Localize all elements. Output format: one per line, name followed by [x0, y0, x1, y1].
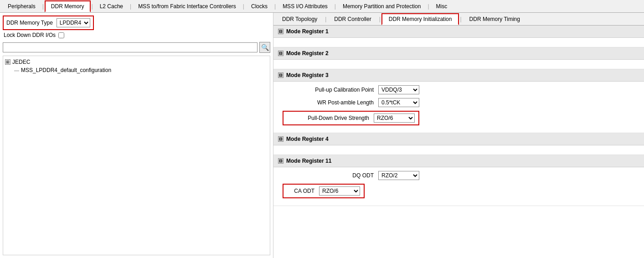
tree-dash-mss: —: [14, 67, 19, 73]
tab-mss-fabric[interactable]: MSS to/from Fabric Interface Controllers: [132, 0, 242, 12]
pulldown-drive-select[interactable]: RZO/6 RZO/2 RZO/3 RZO/4: [374, 114, 415, 123]
reg-section-mode2: ⊟ Mode Register 2: [273, 47, 644, 69]
tab-misc[interactable]: Misc: [430, 0, 453, 12]
sep-7: |: [427, 3, 430, 10]
reg-fields-mode2: [273, 60, 644, 69]
inner-tab-ddr-timing[interactable]: DDR Memory Timing: [463, 13, 527, 25]
tree-node-jedec[interactable]: ⊞ JEDEC: [5, 58, 268, 66]
wr-postamble-label: WR Post-amble Length: [283, 99, 374, 106]
reg-expand-mode2[interactable]: ⊟: [278, 51, 283, 56]
reg-header-mode1[interactable]: ⊟ Mode Register 1: [273, 26, 644, 38]
reg-fields-mode4: [273, 145, 644, 155]
reg-header-mode2[interactable]: ⊟ Mode Register 2: [273, 47, 644, 60]
reg-fields-mode3: Pull-up Calibration Point VDDQ/3 VDDQ/4 …: [273, 82, 644, 133]
inner-sep-1: |: [324, 16, 327, 22]
lockdown-row: Lock Down DDR I/Os: [4, 32, 270, 38]
main-tab-bar: Peripherals | DDR Memory | L2 Cache | MS…: [0, 0, 644, 13]
tab-clocks[interactable]: Clocks: [245, 0, 273, 12]
tab-mss-io[interactable]: MSS I/O Attributes: [277, 0, 334, 12]
reg-section-mode4: ⊟ Mode Register 4: [273, 133, 644, 155]
inner-tab-bar: DDR Topology | DDR Controller | DDR Memo…: [273, 13, 644, 26]
content-area: DDR Memory Type LPDDR4 DDR4 DDR3 LPDDR3 …: [0, 13, 644, 258]
reg-section-mode11: ⊟ Mode Register 11 DQ ODT RZO/2 RZO/3 RZ…: [273, 155, 644, 206]
reg-label-mode4: Mode Register 4: [286, 136, 329, 142]
search-button[interactable]: 🔍: [259, 42, 270, 53]
pullup-cal-label: Pull-up Calibration Point: [283, 87, 374, 93]
wr-postamble-select[interactable]: 0.5*tCK 1.5*tCK: [378, 98, 419, 107]
ddr-type-label: DDR Memory Type: [6, 20, 53, 26]
tree-expand-jedec[interactable]: ⊞: [5, 59, 10, 65]
sep-3: |: [129, 3, 132, 10]
sep-2: |: [91, 3, 94, 10]
reg-label-mode1: Mode Register 1: [286, 28, 329, 35]
pulldown-drive-label: Pull-Down Drive Strength: [287, 115, 369, 121]
inner-sep-2: |: [378, 16, 381, 22]
inner-tab-ddr-init[interactable]: DDR Memory Initialization: [381, 13, 459, 25]
reg-label-mode2: Mode Register 2: [286, 50, 329, 57]
ddr-type-select[interactable]: LPDDR4 DDR4 DDR3 LPDDR3: [57, 18, 90, 27]
reg-header-mode11[interactable]: ⊟ Mode Register 11: [273, 155, 644, 167]
tree-node-mss-config[interactable]: — MSS_LPDDR4_default_configuration: [5, 66, 268, 74]
field-row-dq-odt: DQ ODT RZO/2 RZO/3 RZO/4 RZO/6 RZO/8 Dis…: [283, 171, 635, 180]
tab-l2-cache[interactable]: L2 Cache: [94, 0, 129, 12]
inner-sep-3: |: [459, 16, 462, 22]
reg-fields-mode11: DQ ODT RZO/2 RZO/3 RZO/4 RZO/6 RZO/8 Dis…: [273, 167, 644, 206]
sep-4: |: [242, 3, 245, 10]
ddr-type-row: DDR Memory Type LPDDR4 DDR4 DDR3 LPDDR3: [3, 15, 94, 30]
reg-header-mode4[interactable]: ⊟ Mode Register 4: [273, 133, 644, 145]
reg-expand-mode4[interactable]: ⊟: [278, 136, 283, 142]
sep-6: |: [334, 3, 337, 10]
reg-section-mode3: ⊟ Mode Register 3 Pull-up Calibration Po…: [273, 69, 644, 133]
sep-5: |: [273, 3, 277, 10]
register-content: ⊟ Mode Register 1 ⊟ Mode Register 2 ⊟ Mo…: [273, 26, 644, 258]
dq-odt-select[interactable]: RZO/2 RZO/3 RZO/4 RZO/6 RZO/8 Disable: [378, 171, 419, 180]
ca-odt-label: CA ODT: [287, 188, 314, 194]
reg-label-mode3: Mode Register 3: [286, 72, 329, 78]
reg-section-mode1: ⊟ Mode Register 1: [273, 26, 644, 47]
search-icon: 🔍: [261, 44, 269, 51]
tab-peripherals[interactable]: Peripherals: [2, 0, 41, 12]
reg-expand-mode3[interactable]: ⊟: [278, 72, 283, 78]
lockdown-label: Lock Down DDR I/Os: [4, 32, 56, 38]
right-panel: DDR Topology | DDR Controller | DDR Memo…: [273, 13, 644, 258]
inner-tab-ddr-controller[interactable]: DDR Controller: [327, 13, 378, 25]
reg-fields-mode1: [273, 38, 644, 47]
field-row-ca-odt-highlighted: CA ODT RZO/6 RZO/2 RZO/3 RZO/4 RZO/8 Dis…: [283, 184, 365, 198]
sep-1: |: [41, 3, 45, 10]
field-row-pullup-cal: Pull-up Calibration Point VDDQ/3 VDDQ/4 …: [283, 85, 635, 94]
reg-label-mode11: Mode Register 11: [286, 158, 331, 164]
search-row: 🔍: [3, 42, 270, 53]
reg-expand-mode1[interactable]: ⊟: [278, 29, 283, 34]
tab-ddr-memory[interactable]: DDR Memory: [45, 0, 91, 12]
search-input[interactable]: [3, 42, 258, 52]
tree-node-jedec-label: JEDEC: [12, 59, 30, 65]
left-panel: DDR Memory Type LPDDR4 DDR4 DDR3 LPDDR3 …: [0, 13, 273, 258]
field-row-wr-postamble: WR Post-amble Length 0.5*tCK 1.5*tCK: [283, 98, 635, 107]
tree-area: ⊞ JEDEC — MSS_LPDDR4_default_configurati…: [3, 56, 270, 255]
reg-expand-mode11[interactable]: ⊟: [278, 158, 283, 164]
ca-odt-select[interactable]: RZO/6 RZO/2 RZO/3 RZO/4 RZO/8 Disable: [319, 186, 360, 196]
tree-node-mss-config-label: MSS_LPDDR4_default_configuration: [21, 67, 111, 73]
tab-memory-partition[interactable]: Memory Partition and Protection: [337, 0, 427, 12]
reg-header-mode3[interactable]: ⊟ Mode Register 3: [273, 69, 644, 82]
lockdown-checkbox[interactable]: [58, 32, 64, 38]
field-row-pulldown-drive-highlighted: Pull-Down Drive Strength RZO/6 RZO/2 RZO…: [283, 111, 419, 125]
pullup-cal-select[interactable]: VDDQ/3 VDDQ/4 VDDQ/2: [378, 85, 419, 94]
inner-tab-ddr-topology[interactable]: DDR Topology: [275, 13, 324, 25]
dq-odt-label: DQ ODT: [283, 172, 374, 179]
